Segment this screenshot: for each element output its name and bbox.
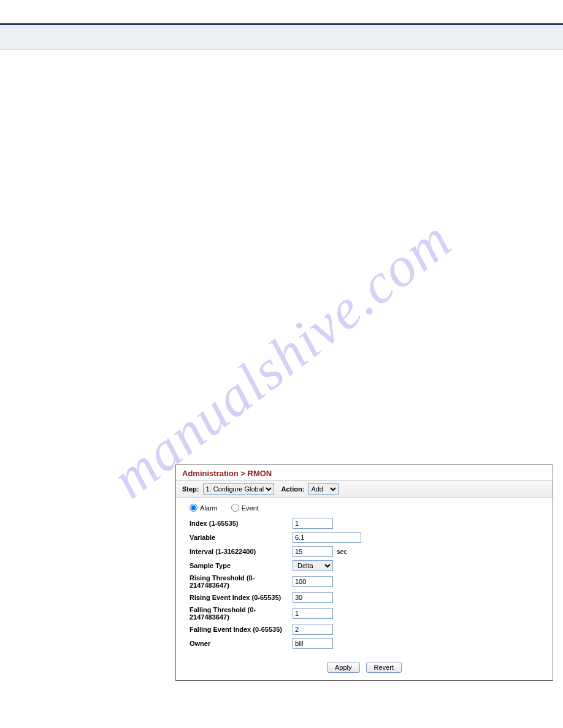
breadcrumb: Administration > RMON — [176, 465, 553, 480]
row-falling-threshold: Falling Threshold (0-2147483647) — [190, 606, 539, 621]
row-falling-event-index: Falling Event Index (0-65535) — [190, 624, 539, 635]
label-rising-threshold: Rising Threshold (0-2147483647) — [190, 574, 293, 589]
radio-event[interactable] — [231, 504, 239, 512]
label-index: Index (1-65535) — [190, 520, 293, 527]
input-falling-event-index[interactable] — [293, 624, 333, 635]
action-select[interactable]: Add — [308, 483, 339, 495]
radio-event-label[interactable]: Event — [231, 504, 259, 512]
row-rising-event-index: Rising Event Index (0-65535) — [190, 592, 539, 603]
label-variable: Variable — [190, 534, 293, 541]
row-variable: Variable — [190, 532, 539, 543]
radio-alarm-text: Alarm — [200, 504, 218, 512]
row-interval: Interval (1-31622400) sec — [190, 546, 539, 557]
input-owner[interactable] — [293, 638, 333, 649]
step-select[interactable]: 1. Configure Global — [203, 483, 274, 495]
label-sample-type: Sample Type — [190, 562, 293, 569]
revert-button[interactable]: Revert — [366, 662, 402, 673]
input-falling-threshold[interactable] — [293, 608, 333, 619]
row-sample-type: Sample Type Delta — [190, 560, 539, 571]
apply-button[interactable]: Apply — [327, 662, 360, 673]
type-radio-row: Alarm Event — [176, 498, 553, 518]
header-band — [0, 25, 563, 50]
form-body: Index (1-65535) Variable Interval (1-316… — [176, 518, 553, 656]
row-owner: Owner — [190, 638, 539, 649]
input-interval[interactable] — [293, 546, 333, 557]
radio-alarm[interactable] — [190, 504, 197, 512]
label-rising-event-index: Rising Event Index (0-65535) — [190, 594, 293, 601]
rmon-panel: Administration > RMON Step: 1. Configure… — [175, 464, 553, 681]
input-index[interactable] — [293, 518, 333, 529]
label-falling-event-index: Falling Event Index (0-65535) — [190, 626, 293, 633]
step-bar: Step: 1. Configure Global Action: Add — [176, 480, 553, 498]
select-sample-type[interactable]: Delta — [293, 560, 333, 571]
step-label: Step: — [182, 485, 199, 493]
action-label: Action: — [282, 485, 305, 493]
radio-event-text: Event — [242, 504, 259, 512]
label-owner: Owner — [190, 640, 293, 647]
suffix-interval: sec — [337, 548, 347, 555]
input-variable[interactable] — [293, 532, 361, 543]
input-rising-threshold[interactable] — [293, 576, 333, 587]
button-row: Apply Revert — [176, 656, 553, 680]
row-index: Index (1-65535) — [190, 518, 539, 529]
label-falling-threshold: Falling Threshold (0-2147483647) — [190, 606, 293, 621]
label-interval: Interval (1-31622400) — [190, 548, 293, 555]
radio-alarm-label[interactable]: Alarm — [190, 504, 218, 512]
row-rising-threshold: Rising Threshold (0-2147483647) — [190, 574, 539, 589]
input-rising-event-index[interactable] — [293, 592, 333, 603]
